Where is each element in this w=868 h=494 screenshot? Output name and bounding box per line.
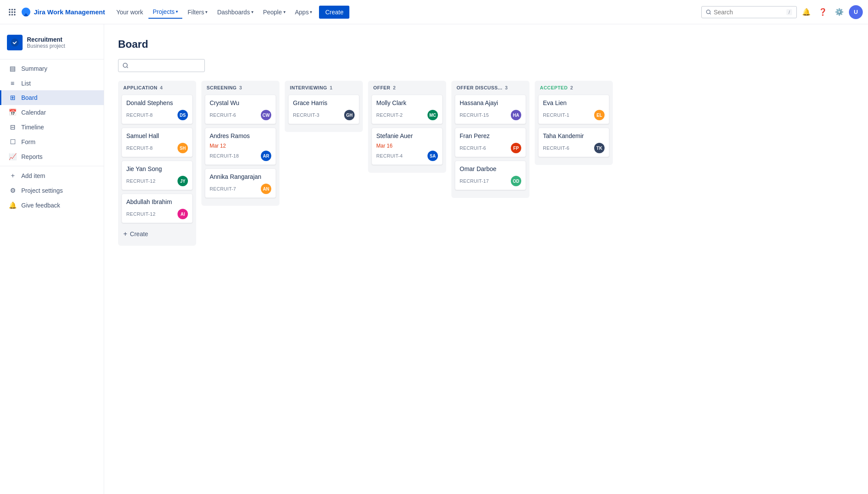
- card-jie-yan-song[interactable]: Jie Yan Song RECRUIT-12 JY: [122, 161, 193, 190]
- card-annika-rangarajan[interactable]: Annika Rangarajan RECRUIT-7 AN: [205, 168, 276, 198]
- card-id: RECRUIT-1: [543, 112, 569, 118]
- card-id: RECRUIT-2: [376, 112, 403, 118]
- app-layout: Recruitment Business project ▤ Summary ≡…: [0, 24, 868, 494]
- column-header-application: APPLICATION 4: [122, 85, 193, 90]
- card-fran-perez[interactable]: Fran Perez RECRUIT-6 FP: [455, 128, 526, 157]
- search-box[interactable]: /: [701, 6, 797, 18]
- avatar: SH: [178, 143, 188, 153]
- card-id: RECRUIT-8: [126, 145, 153, 151]
- list-icon: ≡: [8, 79, 17, 87]
- svg-rect-1: [11, 9, 13, 10]
- board-icon: ⊞: [8, 94, 17, 102]
- svg-rect-8: [14, 14, 15, 15]
- notifications-icon[interactable]: 🔔: [799, 5, 813, 19]
- column-count-screening: 3: [239, 85, 242, 90]
- card-donald-stephens[interactable]: Donald Stephens RECRUIT-8 DS: [122, 95, 193, 124]
- nav-projects[interactable]: Projects▾: [148, 6, 183, 19]
- board-search-input[interactable]: [131, 62, 200, 69]
- nav-filters[interactable]: Filters▾: [183, 6, 212, 18]
- sidebar-item-form[interactable]: ☐ Form: [0, 135, 104, 149]
- card-id: RECRUIT-17: [460, 178, 489, 184]
- nav-apps[interactable]: Apps▾: [291, 6, 317, 18]
- sidebar-item-calendar[interactable]: 📅 Calendar: [0, 105, 104, 120]
- sidebar-item-list[interactable]: ≡ List: [0, 76, 104, 90]
- card-id: RECRUIT-12: [126, 211, 155, 217]
- column-accepted: ACCEPTED 2 Eva Lien RECRUIT-1 EL Taha Ka…: [535, 81, 613, 165]
- card-crystal-wu[interactable]: Crystal Wu RECRUIT-6 CW: [205, 95, 276, 124]
- card-grace-harris[interactable]: Grace Harris RECRUIT-3 GH: [288, 95, 359, 124]
- card-abdullah-ibrahim[interactable]: Abdullah Ibrahim RECRUIT-12 AI: [122, 194, 193, 223]
- grid-icon[interactable]: [5, 5, 19, 19]
- column-application: APPLICATION 4 Donald Stephens RECRUIT-8 …: [118, 81, 196, 246]
- card-stefanie-auer[interactable]: Stefanie Auer Mar 16 RECRUIT-4 SA: [372, 128, 443, 165]
- sidebar-item-board[interactable]: ⊞ Board: [0, 90, 104, 105]
- svg-point-9: [11, 39, 19, 46]
- sidebar-item-timeline[interactable]: ⊟ Timeline: [0, 120, 104, 135]
- column-header-interviewing: INTERVIEWING 1: [288, 85, 359, 90]
- column-count-accepted: 2: [570, 85, 573, 90]
- sidebar-item-give-feedback[interactable]: 🔔 Give feedback: [0, 198, 104, 213]
- search-input[interactable]: [713, 9, 784, 16]
- svg-rect-2: [14, 9, 15, 10]
- column-title-offer: OFFER: [373, 85, 390, 90]
- avatar: TK: [594, 143, 605, 153]
- topnav: Jira Work Management Your work Projects▾…: [0, 0, 868, 24]
- card-taha-kandemir[interactable]: Taha Kandemir RECRUIT-6 TK: [538, 128, 609, 157]
- card-footer: RECRUIT-18 AR: [210, 151, 271, 161]
- help-icon[interactable]: ❓: [816, 5, 830, 19]
- app-logo[interactable]: Jira Work Management: [21, 7, 105, 17]
- card-andres-ramos[interactable]: Andres Ramos Mar 12 RECRUIT-18 AR: [205, 128, 276, 165]
- project-settings-icon: ⚙: [8, 187, 17, 194]
- avatar: MC: [427, 110, 438, 120]
- plus-icon: +: [123, 230, 127, 238]
- summary-icon: ▤: [8, 65, 17, 72]
- card-samuel-hall[interactable]: Samuel Hall RECRUIT-8 SH: [122, 128, 193, 157]
- card-id: RECRUIT-6: [460, 145, 486, 151]
- card-footer: RECRUIT-1 EL: [543, 110, 605, 120]
- sidebar-item-reports[interactable]: 📈 Reports: [0, 149, 104, 164]
- nav-your-work[interactable]: Your work: [112, 6, 148, 18]
- create-card-button[interactable]: + Create: [122, 227, 193, 241]
- create-button[interactable]: Create: [319, 6, 349, 19]
- board-search-box[interactable]: [118, 59, 205, 72]
- card-footer: RECRUIT-2 MC: [376, 110, 438, 120]
- card-name: Jie Yan Song: [126, 165, 188, 172]
- settings-icon[interactable]: ⚙️: [832, 5, 846, 19]
- svg-rect-3: [9, 11, 10, 13]
- sidebar-label-timeline: Timeline: [21, 124, 44, 131]
- board: APPLICATION 4 Donald Stephens RECRUIT-8 …: [118, 81, 854, 253]
- sidebar-item-summary[interactable]: ▤ Summary: [0, 61, 104, 76]
- sidebar-project: Recruitment Business project: [0, 31, 104, 57]
- timeline-icon: ⊟: [8, 123, 17, 131]
- topnav-nav: Your work Projects▾ Filters▾ Dashboards▾…: [112, 6, 701, 19]
- card-molly-clark[interactable]: Molly Clark RECRUIT-2 MC: [372, 95, 443, 124]
- card-eva-lien[interactable]: Eva Lien RECRUIT-1 EL: [538, 95, 609, 124]
- avatar: AR: [261, 151, 271, 161]
- card-footer: RECRUIT-6 TK: [543, 143, 605, 153]
- card-hassana-ajayi[interactable]: Hassana Ajayi RECRUIT-15 HA: [455, 95, 526, 124]
- sidebar-label-list: List: [21, 80, 31, 87]
- card-due: Mar 12: [210, 143, 271, 149]
- svg-rect-4: [11, 11, 13, 13]
- sidebar-label-summary: Summary: [21, 65, 47, 72]
- avatar: AN: [261, 184, 271, 194]
- svg-rect-0: [9, 9, 10, 10]
- sidebar-item-project-settings[interactable]: ⚙ Project settings: [0, 183, 104, 198]
- card-name: Taha Kandemir: [543, 132, 605, 139]
- sidebar-item-add-item[interactable]: ＋ Add item: [0, 168, 104, 183]
- avatar: EL: [594, 110, 605, 120]
- create-label: Create: [130, 231, 148, 237]
- card-name: Eva Lien: [543, 99, 605, 106]
- nav-dashboards[interactable]: Dashboards▾: [213, 6, 258, 18]
- card-id: RECRUIT-6: [210, 112, 236, 118]
- search-icon: [706, 9, 711, 15]
- card-omar-darboe[interactable]: Omar Darboe RECRUIT-17 OD: [455, 161, 526, 190]
- topnav-right: / 🔔 ❓ ⚙️ U: [701, 5, 863, 19]
- card-name: Hassana Ajayi: [460, 99, 521, 106]
- column-screening: SCREENING 3 Crystal Wu RECRUIT-6 CW Andr…: [201, 81, 279, 206]
- avatar[interactable]: U: [849, 5, 863, 19]
- svg-rect-7: [11, 14, 13, 15]
- card-name: Grace Harris: [293, 99, 355, 106]
- column-count-interviewing: 1: [330, 85, 332, 90]
- nav-people[interactable]: People▾: [259, 6, 290, 18]
